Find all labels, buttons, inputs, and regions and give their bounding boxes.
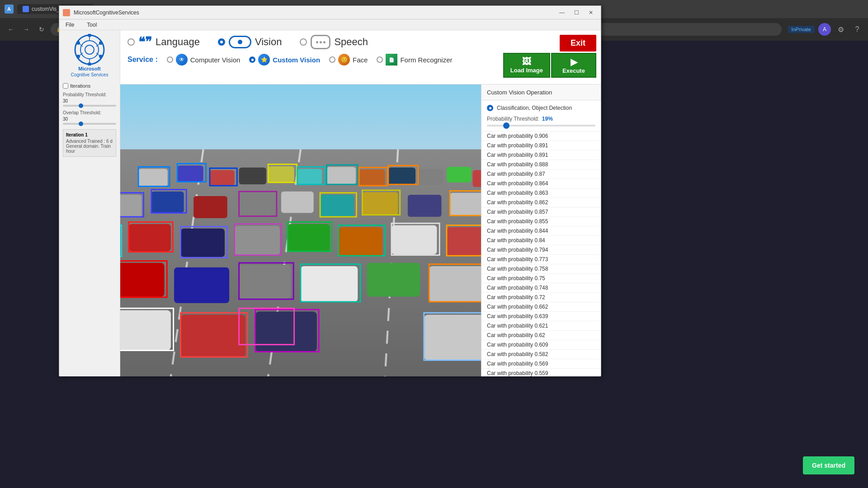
probability-label: Probability Threshold:: [63, 92, 116, 97]
exit-button[interactable]: Exit: [560, 35, 596, 52]
content-area: Custom Vision Operation Classification, …: [120, 84, 601, 376]
svg-rect-57: [174, 267, 229, 303]
language-radio[interactable]: [127, 38, 135, 46]
load-image-button[interactable]: 🖼 Load Image: [503, 53, 550, 78]
speech-icon: [311, 35, 330, 49]
traffic-scene: [120, 84, 481, 376]
svg-rect-64: [120, 310, 171, 351]
result-item: Car with probability 0.888: [481, 160, 601, 169]
svg-rect-30: [326, 167, 356, 184]
svg-rect-33: [417, 169, 443, 185]
window-controls: — ☐ ✕: [556, 9, 597, 17]
sub-service-custom-vision[interactable]: ⭐ Custom Vision: [249, 54, 320, 66]
result-item: Car with probability 0.857: [481, 207, 601, 217]
service-label: Service :: [127, 56, 158, 64]
svg-rect-40: [281, 192, 314, 213]
overlap-label: Overlap Threshold:: [63, 110, 116, 115]
service-option-vision[interactable]: Vision: [218, 36, 282, 48]
result-item: Car with probability 0.62: [481, 331, 601, 340]
left-sidebar: Microsoft Cognitive Services Iterations …: [59, 30, 120, 376]
vision-radio[interactable]: [218, 38, 225, 46]
form-radio[interactable]: [377, 56, 383, 63]
top-service-row: ❝❞ Language Vision: [127, 35, 594, 49]
load-image-label: Load Image: [510, 67, 543, 74]
face-radio[interactable]: [329, 56, 335, 63]
vision-eye-dot: [238, 40, 242, 44]
svg-rect-38: [193, 196, 227, 218]
iterations-label: Iterations: [70, 83, 90, 89]
svg-rect-59: [301, 266, 358, 302]
svg-rect-34: [447, 167, 472, 182]
svg-rect-51: [338, 227, 382, 256]
result-item: Car with probability 0.72: [481, 293, 601, 302]
operation-radio[interactable]: [487, 105, 493, 111]
traffic-svg: [120, 84, 481, 376]
iterations-checkbox[interactable]: [63, 83, 68, 89]
threshold-thumb[interactable]: [503, 122, 509, 129]
svg-rect-37: [151, 192, 184, 213]
help-icon[interactable]: ?: [851, 23, 863, 36]
threshold-slider[interactable]: [487, 125, 595, 127]
refresh-button[interactable]: ↻: [35, 23, 48, 36]
settings-icon[interactable]: ⚙: [835, 23, 847, 36]
svg-rect-58: [239, 265, 291, 299]
svg-point-2: [85, 45, 94, 54]
language-label: Language: [156, 36, 200, 48]
result-item: Car with probability 0.559: [481, 369, 601, 376]
result-item: Car with probability 0.75: [481, 274, 601, 283]
execute-button[interactable]: ▶ Execute: [551, 53, 596, 78]
maximize-button[interactable]: ☐: [570, 9, 583, 17]
svg-rect-39: [236, 193, 271, 216]
probability-slider-track[interactable]: [63, 105, 116, 107]
service-option-language[interactable]: ❝❞ Language: [127, 36, 200, 48]
svg-rect-60: [367, 263, 420, 297]
main-content: ❝❞ Language Vision: [120, 30, 601, 376]
result-item: Car with probability 0.609: [481, 340, 601, 350]
face-icon: 😊: [338, 54, 350, 66]
svg-rect-41: [320, 195, 354, 217]
right-panel-header: Custom Vision Operation: [481, 84, 601, 100]
app-content: Microsoft Cognitive Services Iterations …: [59, 30, 601, 376]
cv-label: Computer Vision: [190, 56, 241, 64]
results-list[interactable]: Car with probability 0.906Car with proba…: [481, 131, 601, 376]
inprivate-badge: InPrivate: [788, 26, 815, 33]
custom-radio[interactable]: [249, 56, 255, 63]
file-menu[interactable]: File: [63, 21, 77, 29]
result-item: Car with probability 0.863: [481, 188, 601, 198]
minimize-button[interactable]: —: [556, 9, 568, 17]
menu-bar: File Tool: [59, 19, 601, 30]
speech-radio[interactable]: [300, 38, 307, 46]
sub-service-form-recognizer[interactable]: 📄 Form Recognizer: [377, 54, 452, 66]
result-item: Car with probability 0.906: [481, 131, 601, 141]
result-item: Car with probability 0.794: [481, 245, 601, 255]
close-button[interactable]: ✕: [585, 9, 597, 17]
probability-slider-thumb[interactable]: [79, 103, 83, 108]
overlap-slider-thumb[interactable]: [79, 122, 83, 126]
forward-button[interactable]: →: [20, 23, 33, 36]
svg-rect-25: [177, 165, 203, 182]
vision-label: Vision: [255, 36, 282, 48]
svg-point-1: [80, 41, 99, 59]
sub-service-computer-vision[interactable]: 👁 Computer Vision: [167, 54, 241, 66]
operation-label: Classification, Object Detection: [497, 105, 572, 111]
cv-radio[interactable]: [167, 56, 173, 63]
execute-icon: ▶: [571, 56, 577, 67]
result-item: Car with probability 0.862: [481, 198, 601, 207]
svg-rect-56: [120, 263, 165, 297]
profile-button[interactable]: A: [818, 23, 831, 36]
operation-section: Classification, Object Detection Probabi…: [481, 100, 601, 131]
overlap-slider-track[interactable]: [63, 123, 116, 125]
svg-rect-36: [120, 195, 142, 217]
back-button[interactable]: ←: [5, 23, 17, 36]
service-option-speech[interactable]: Speech: [300, 35, 368, 49]
svg-rect-47: [129, 224, 171, 251]
iteration-detail: Advanced Trained : 6 d: [66, 139, 113, 144]
app-window: MicrosoftCognitiveServices — ☐ ✕ File To…: [59, 5, 601, 376]
tool-menu[interactable]: Tool: [84, 21, 99, 29]
iteration-time: hour: [66, 149, 113, 154]
result-item: Car with probability 0.891: [481, 150, 601, 160]
get-started-button[interactable]: Get started: [803, 456, 854, 474]
sub-service-face[interactable]: 😊 Face: [329, 54, 368, 66]
result-item: Car with probability 0.621: [481, 321, 601, 331]
right-panel: Custom Vision Operation Classification, …: [481, 84, 601, 376]
